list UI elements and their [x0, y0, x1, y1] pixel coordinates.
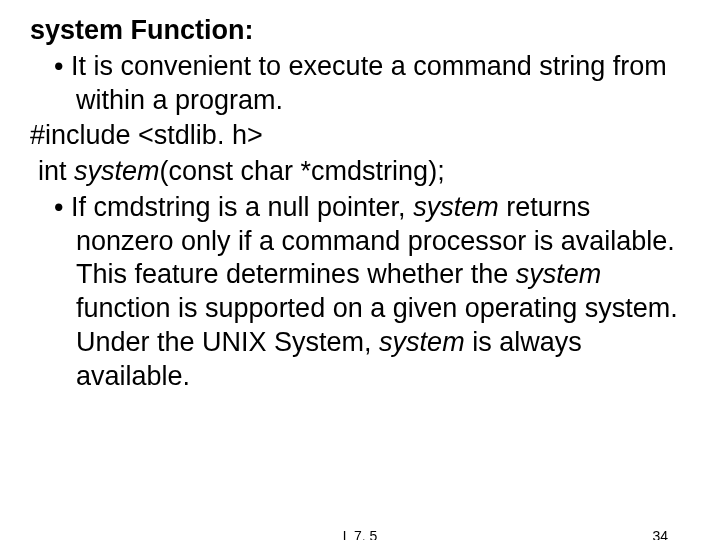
b2-c: function is supported on a given operati… [76, 293, 678, 357]
bullet-1-text: It is convenient to execute a command st… [71, 51, 667, 115]
proto-system: system [74, 156, 160, 186]
footer-center: L 7. 5 [0, 528, 720, 540]
heading-rest: Function: [123, 15, 253, 45]
heading: system Function: [30, 14, 690, 48]
heading-system: system [30, 15, 123, 45]
proto-post: (const char *cmdstring); [160, 156, 445, 186]
b2-sys1: system [413, 192, 499, 222]
slide-body: system Function: It is convenient to exe… [30, 14, 690, 393]
b2-sys2: system [516, 259, 602, 289]
footer-page-number: 34 [652, 528, 668, 540]
b2-a: If cmdstring is a null pointer, [71, 192, 413, 222]
proto-pre: int [38, 156, 74, 186]
bullet-2: If cmdstring is a null pointer, system r… [30, 191, 690, 394]
b2-sys3: system [379, 327, 465, 357]
slide: system Function: It is convenient to exe… [0, 0, 720, 540]
include-line: #include <stdlib. h> [30, 119, 690, 153]
prototype-line: int system(const char *cmdstring); [30, 155, 690, 189]
bullet-1: It is convenient to execute a command st… [30, 50, 690, 118]
